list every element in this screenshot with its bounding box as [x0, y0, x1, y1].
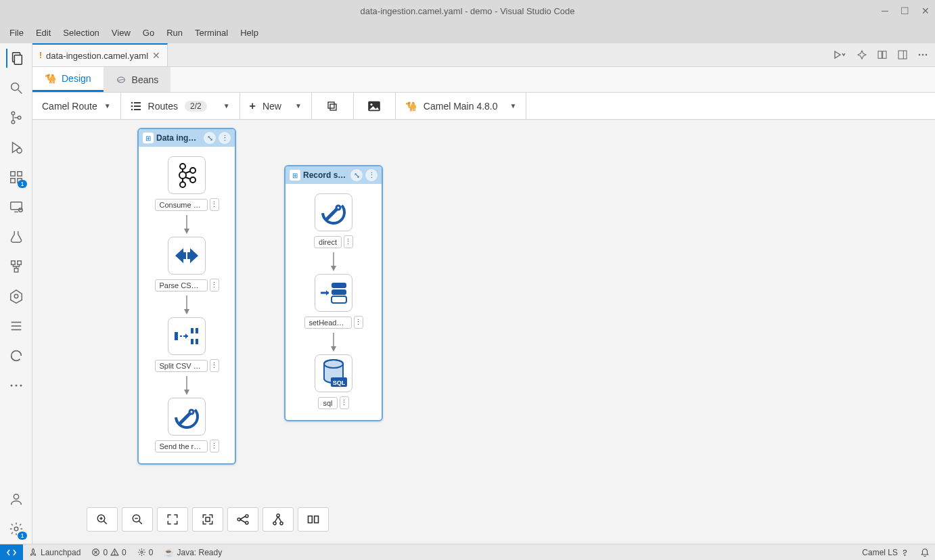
svg-marker-29 — [858, 51, 866, 59]
test-icon[interactable] — [7, 227, 26, 246]
node-menu-icon[interactable]: ⋮ — [210, 440, 219, 452]
search-icon[interactable] — [7, 78, 26, 97]
menu-view[interactable]: View — [106, 25, 136, 41]
more-actions-icon[interactable] — [917, 53, 928, 57]
ports-status[interactable]: 0 — [132, 548, 159, 557]
node-menu-icon[interactable]: ⋮ — [210, 198, 219, 211]
arrow-icon — [329, 252, 338, 271]
svg-point-5 — [12, 120, 15, 124]
camel-main-label: Camel Main 4.8.0 — [424, 101, 498, 112]
kafka-node-icon[interactable] — [168, 156, 206, 194]
menu-help[interactable]: Help — [235, 25, 264, 41]
collapse-icon[interactable]: ⤡ — [350, 169, 363, 181]
layout-horizontal-button[interactable] — [227, 507, 258, 532]
node-menu-icon[interactable]: ⋮ — [354, 316, 363, 329]
new-dropdown[interactable]: + New ▼ — [240, 93, 312, 119]
svg-rect-99 — [206, 517, 210, 521]
camel-main-dropdown[interactable]: 🐪 Camel Main 4.8.0 ▼ — [396, 93, 527, 119]
tab-data-ingestion[interactable]: ! data-ingestion.camel.yaml ✕ — [32, 43, 168, 66]
tab-design[interactable]: 🐪 Design — [32, 67, 104, 92]
svg-rect-30 — [878, 51, 882, 59]
catalog-button[interactable] — [298, 507, 329, 532]
design-tabs: 🐪 Design Beans — [32, 67, 935, 93]
menubar: File Edit Selection View Go Run Terminal… — [0, 22, 935, 43]
tab-close-icon[interactable]: ✕ — [152, 50, 160, 61]
image-button[interactable] — [354, 93, 396, 119]
canvas[interactable]: ⊞ Data ing… ⤡ ⋮ Consume tran… ⋮ — [32, 120, 935, 544]
split-node-icon[interactable] — [168, 317, 206, 355]
problems-status[interactable]: 0 0 — [86, 548, 131, 557]
kubernetes-icon[interactable] — [7, 287, 26, 306]
node-menu-icon[interactable]: ⋮ — [344, 235, 353, 248]
menu-go[interactable]: Go — [137, 25, 160, 41]
direct-node-icon[interactable] — [315, 193, 352, 231]
sync-icon[interactable] — [7, 346, 26, 365]
route-header-icon: ⊞ — [143, 133, 154, 143]
menu-selection[interactable]: Selection — [58, 25, 104, 41]
fit-button[interactable] — [157, 507, 188, 532]
window-minimize-icon[interactable]: ─ — [882, 5, 888, 16]
menu-run[interactable]: Run — [161, 25, 188, 41]
zoom-in-button[interactable] — [87, 507, 118, 532]
window-close-icon[interactable]: ✕ — [921, 5, 930, 16]
node-menu-icon[interactable]: ⋮ — [340, 396, 349, 409]
sql-node-icon[interactable]: SQL — [315, 354, 352, 392]
node-menu-icon[interactable]: ⋮ — [210, 359, 219, 372]
camel-ls-status[interactable]: Camel LS — [857, 548, 915, 557]
setheaders-node-icon[interactable] — [315, 274, 352, 312]
route-menu-icon[interactable]: ⋮ — [219, 132, 231, 144]
node-label: Consume tran… — [155, 199, 208, 211]
svg-line-57 — [185, 177, 191, 179]
svg-point-51 — [180, 182, 185, 187]
svg-rect-9 — [10, 172, 14, 176]
remote-indicator[interactable] — [0, 544, 23, 561]
explorer-icon[interactable] — [6, 49, 25, 68]
menu-file[interactable]: File — [4, 25, 29, 41]
source-control-icon[interactable] — [7, 108, 26, 127]
svg-marker-63 — [184, 309, 189, 314]
svg-point-8 — [16, 148, 21, 153]
run-dropdown-icon[interactable] — [834, 50, 847, 60]
node-menu-icon[interactable]: ⋮ — [210, 279, 219, 291]
layout-vertical-button[interactable] — [263, 507, 294, 532]
remote-explorer-icon[interactable] — [7, 197, 26, 216]
reset-button[interactable] — [192, 507, 223, 532]
launchpad-status[interactable]: Launchpad — [23, 548, 86, 557]
svg-point-40 — [131, 105, 133, 107]
settings-icon[interactable]: 1 — [7, 519, 26, 538]
direct-node-icon[interactable] — [168, 398, 206, 436]
more-icon[interactable] — [7, 376, 26, 395]
camel-route-dropdown[interactable]: Camel Route ▼ — [32, 93, 121, 119]
route-box-record[interactable]: ⊞ Record s… ⤡ ⋮ direct ⋮ — [284, 165, 383, 421]
menu-terminal[interactable]: Terminal — [189, 25, 233, 41]
routes-dropdown[interactable]: Routes 2/2 ▼ — [121, 93, 240, 119]
svg-point-25 — [20, 385, 22, 387]
run-debug-icon[interactable] — [7, 138, 26, 157]
references-icon[interactable] — [7, 257, 26, 276]
svg-marker-59 — [184, 229, 189, 234]
split-icon[interactable] — [877, 49, 888, 60]
menu-edit[interactable]: Edit — [30, 25, 56, 41]
route-title: Data ing… — [156, 133, 201, 143]
collapse-icon[interactable]: ⤡ — [204, 132, 216, 144]
copy-button[interactable] — [312, 93, 354, 119]
editor-area: ! data-ingestion.camel.yaml ✕ 🐪 Design B… — [32, 43, 935, 544]
account-icon[interactable] — [7, 490, 26, 509]
unmarshal-node-icon[interactable] — [168, 237, 206, 275]
notifications-status[interactable] — [915, 548, 935, 557]
java-status[interactable]: ☕ Java: Ready — [158, 548, 227, 557]
extensions-icon[interactable]: 1 — [7, 168, 26, 187]
svg-point-36 — [926, 54, 928, 56]
zoom-out-button[interactable] — [122, 507, 153, 532]
list-icon[interactable] — [7, 317, 26, 335]
window-maximize-icon[interactable]: ☐ — [900, 5, 909, 16]
svg-line-108 — [275, 517, 278, 522]
layout-icon[interactable] — [897, 49, 908, 60]
svg-rect-83 — [332, 283, 346, 288]
tab-beans[interactable]: Beans — [104, 67, 171, 92]
route-menu-icon[interactable]: ⋮ — [365, 169, 378, 181]
compass-icon[interactable] — [857, 49, 867, 60]
route-box-data-ingestion[interactable]: ⊞ Data ing… ⤡ ⋮ Consume tran… ⋮ — [137, 128, 236, 465]
svg-marker-28 — [835, 51, 840, 58]
design-tab-label: Design — [62, 73, 91, 84]
